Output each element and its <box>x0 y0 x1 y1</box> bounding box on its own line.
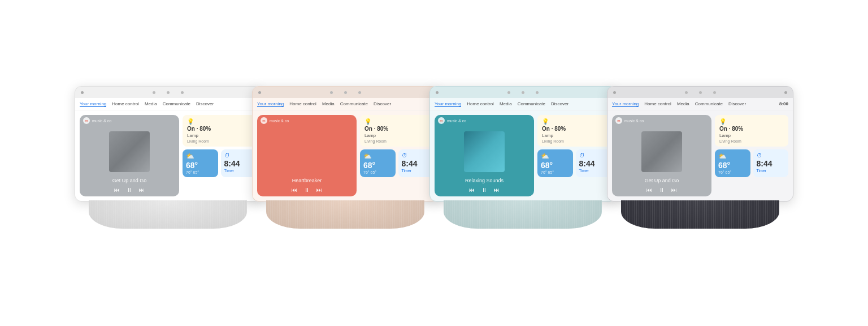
nav-item-home-control[interactable]: Home control <box>644 101 671 106</box>
play-pause-button[interactable]: ⏸ <box>481 187 487 193</box>
right-cards: 💡 On · 80% Lamp Living Room ⛅ 68° 76° 65… <box>715 115 788 196</box>
nav-item-communicate[interactable]: Communicate <box>163 101 190 106</box>
play-pause-button[interactable]: ⏸ <box>659 187 665 193</box>
weather-card[interactable]: ⛅ 68° 76° 65° <box>360 149 396 177</box>
indicator-dot <box>685 91 688 94</box>
prev-button[interactable]: ⏮ <box>292 187 297 193</box>
music-brand-icon: m <box>83 117 90 124</box>
screen-top-bar <box>253 87 438 98</box>
next-button[interactable]: ⏭ <box>671 187 677 193</box>
weather-icon: ⛅ <box>186 152 215 160</box>
timer-card[interactable]: ⏱ 8:44 Timer <box>221 149 257 177</box>
nav-item-communicate[interactable]: Communicate <box>518 101 545 106</box>
right-cards: 💡 On · 80% Lamp Living Room ⛅ 68° 76° 65… <box>183 115 256 196</box>
prev-button[interactable]: ⏮ <box>114 187 120 193</box>
music-card[interactable]: m music & co Get Up and Go ⏮ ⏸ ⏭ <box>612 115 711 196</box>
lamp-card[interactable]: 💡 On · 80% Lamp Living Room <box>537 115 611 147</box>
nav-item-your-morning[interactable]: Your morning <box>612 101 639 107</box>
play-pause-button[interactable]: ⏸ <box>127 187 132 193</box>
weather-card[interactable]: ⛅ 68° 76° 65° <box>537 149 573 177</box>
weather-icon: ⛅ <box>718 152 747 160</box>
nav-item-media[interactable]: Media <box>145 101 157 106</box>
music-source: music & co <box>92 119 111 123</box>
weather-card[interactable]: ⛅ 68° 76° 65° <box>183 149 218 177</box>
weather-card[interactable]: ⛅ 68° 76° 65° <box>715 149 750 177</box>
indicator-dot <box>713 91 716 94</box>
nav-item-media[interactable]: Media <box>677 101 689 106</box>
lamp-icon: 💡 <box>364 118 429 125</box>
music-card-header: m music & co <box>612 115 711 126</box>
music-brand-icon: m <box>615 117 622 124</box>
weather-range: 76° 65° <box>718 170 747 174</box>
timer-card[interactable]: ⏱ 8:44 Timer <box>753 149 789 177</box>
lamp-card[interactable]: 💡 On · 80% Lamp Living Room <box>715 115 788 147</box>
screen-nav: Your morningHome controlMediaCommunicate… <box>253 98 438 110</box>
nav-item-home-control[interactable]: Home control <box>289 101 316 106</box>
weather-range: 76° 65° <box>186 170 215 174</box>
indicator-dot <box>507 91 510 94</box>
screen-content: m music & co Heartbreaker ⏮ ⏸ ⏭ 💡 On · 8… <box>253 110 438 201</box>
nav-item-home-control[interactable]: Home control <box>112 101 139 106</box>
music-card[interactable]: m music & co Relaxing Sounds ⏮ ⏸ ⏭ <box>435 115 534 196</box>
lamp-location: Living Room <box>187 139 251 143</box>
album-art-area <box>257 126 357 177</box>
timer-label: Timer <box>224 169 253 173</box>
nav-item-your-morning[interactable]: Your morning <box>80 101 106 107</box>
next-button[interactable]: ⏭ <box>316 187 322 193</box>
screen-nav: Your morningHome controlMediaCommunicate… <box>75 98 261 110</box>
nav-item-discover[interactable]: Discover <box>551 101 568 106</box>
music-controls: ⏮ ⏸ ⏭ <box>435 185 534 196</box>
play-pause-button[interactable]: ⏸ <box>304 187 310 193</box>
prev-button[interactable]: ⏮ <box>646 187 652 193</box>
weather-temp: 68° <box>363 161 392 170</box>
timer-label: Timer <box>757 169 785 173</box>
nav-item-communicate[interactable]: Communicate <box>695 101 723 106</box>
nav-item-media[interactable]: Media <box>500 101 512 106</box>
nav-item-discover[interactable]: Discover <box>728 101 746 106</box>
bottom-cards: ⛅ 68° 76° 65° ⏱ 8:44 Timer <box>360 149 433 177</box>
indicator-dot <box>699 91 702 94</box>
nav-item-media[interactable]: Media <box>322 101 335 106</box>
music-card-header: m music & co <box>435 115 534 126</box>
lamp-card[interactable]: 💡 On · 80% Lamp Living Room <box>360 115 433 147</box>
album-art-area <box>80 126 179 177</box>
music-controls: ⏮ ⏸ ⏭ <box>80 185 179 196</box>
album-title: Relaxing Sounds <box>435 177 534 185</box>
next-button[interactable]: ⏭ <box>494 187 500 193</box>
lamp-icon: 💡 <box>719 118 784 125</box>
album-art-area <box>612 126 711 177</box>
lamp-name: Lamp <box>364 133 429 138</box>
device-screen-1: Your morningHome controlMediaCommunicate… <box>75 86 261 201</box>
nav-item-communicate[interactable]: Communicate <box>340 101 368 106</box>
music-controls: ⏮ ⏸ ⏭ <box>612 185 711 196</box>
screen-top-bar <box>430 87 615 98</box>
weather-range: 76° 65° <box>363 170 392 174</box>
weather-temp: 68° <box>186 161 215 170</box>
music-card-header: m music & co <box>257 115 357 126</box>
device-base <box>89 200 247 229</box>
nav-item-your-morning[interactable]: Your morning <box>435 101 461 107</box>
nav-item-discover[interactable]: Discover <box>374 101 391 106</box>
nav-item-home-control[interactable]: Home control <box>467 101 494 106</box>
next-button[interactable]: ⏭ <box>139 187 145 193</box>
lamp-card[interactable]: 💡 On · 80% Lamp Living Room <box>183 115 256 147</box>
indicator-dot <box>536 91 539 94</box>
timer-card[interactable]: ⏱ 8:44 Timer <box>576 149 611 177</box>
timer-card[interactable]: ⏱ 8:44 Timer <box>398 149 434 177</box>
nav-item-discover[interactable]: Discover <box>196 101 214 106</box>
music-card[interactable]: m music & co Heartbreaker ⏮ ⏸ ⏭ <box>257 115 357 196</box>
timer-icon: ⏱ <box>402 152 431 158</box>
timer-label: Timer <box>402 169 431 173</box>
timer-time: 8:44 <box>579 159 608 168</box>
lamp-status: On · 80% <box>187 126 251 132</box>
top-bar-indicators <box>685 91 716 94</box>
base-fabric <box>621 200 779 229</box>
prev-button[interactable]: ⏮ <box>469 187 475 193</box>
device-2: Your morningHome controlMediaCommunicate… <box>252 86 439 229</box>
weather-temp: 68° <box>541 161 570 170</box>
device-screen-2: Your morningHome controlMediaCommunicate… <box>252 86 439 201</box>
nav-item-your-morning[interactable]: Your morning <box>257 101 284 107</box>
screen-content: m music & co Relaxing Sounds ⏮ ⏸ ⏭ 💡 On … <box>430 110 615 201</box>
top-bar-indicators <box>507 91 539 94</box>
music-card[interactable]: m music & co Get Up and Go ⏮ ⏸ ⏭ <box>80 115 179 196</box>
